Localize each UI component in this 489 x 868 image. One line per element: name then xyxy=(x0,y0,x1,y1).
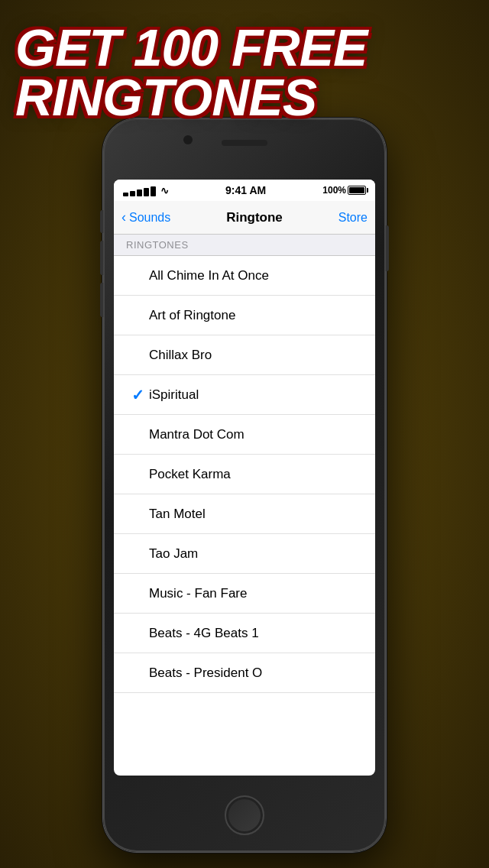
list-item[interactable]: ✓ iSpiritual xyxy=(114,375,375,415)
back-chevron-icon: ‹ xyxy=(121,209,126,225)
home-button[interactable] xyxy=(225,795,264,835)
list-item[interactable]: Beats - President O xyxy=(114,653,375,693)
ringtone-name: Pocket Karma xyxy=(149,467,363,482)
phone-screen: ∿ 9:41 AM 100% ‹ Sounds Ringtone Store R… xyxy=(114,180,375,776)
list-item[interactable]: Pocket Karma xyxy=(114,455,375,494)
ringtone-name: Beats - 4G Beats 1 xyxy=(149,626,363,641)
list-item[interactable]: All Chime In At Once xyxy=(114,256,375,296)
ringtone-name: Beats - President O xyxy=(149,666,363,681)
ringtone-name: Mantra Dot Com xyxy=(149,427,363,442)
ringtone-list: All Chime In At Once Art of Ringtone Chi… xyxy=(114,256,375,693)
list-item[interactable]: Music - Fan Fare xyxy=(114,574,375,614)
list-item[interactable]: Chillax Bro xyxy=(114,335,375,375)
store-button[interactable]: Store xyxy=(338,211,368,225)
ringtone-name: Chillax Bro xyxy=(149,348,363,363)
phone-shell: ∿ 9:41 AM 100% ‹ Sounds Ringtone Store R… xyxy=(103,118,386,852)
list-item[interactable]: Mantra Dot Com xyxy=(114,415,375,455)
nav-title: Ringtone xyxy=(226,210,283,225)
phone-speaker xyxy=(222,140,267,146)
list-item[interactable]: Art of Ringtone xyxy=(114,296,375,335)
power-button xyxy=(386,225,389,271)
nav-bar: ‹ Sounds Ringtone Store xyxy=(114,201,375,235)
signal-dot-2 xyxy=(130,191,135,196)
mute-button xyxy=(100,210,103,233)
list-item[interactable]: Beats - 4G Beats 1 xyxy=(114,614,375,653)
phone-camera xyxy=(183,135,193,144)
status-bar: ∿ 9:41 AM 100% xyxy=(114,180,375,201)
signal-dot-4 xyxy=(144,188,149,196)
battery-fill xyxy=(349,187,364,193)
list-item[interactable]: Tan Motel xyxy=(114,494,375,534)
ringtone-name: Music - Fan Fare xyxy=(149,586,363,601)
battery-pct: 100% xyxy=(322,185,346,196)
signal-indicator: ∿ xyxy=(123,185,169,196)
ringtone-name: Tao Jam xyxy=(149,546,363,562)
ringtone-name: Art of Ringtone xyxy=(149,308,363,323)
ringtone-name: All Chime In At Once xyxy=(149,268,363,283)
back-label: Sounds xyxy=(129,211,170,225)
battery-icon xyxy=(348,186,366,195)
checkmark-icon: ✓ xyxy=(126,386,149,404)
promo-line1: GET 100 FREE xyxy=(15,23,367,73)
section-header: RINGTONES xyxy=(114,235,375,256)
ringtone-name: iSpiritual xyxy=(149,387,363,403)
volume-down-button xyxy=(100,283,103,317)
wifi-icon: ∿ xyxy=(160,185,169,196)
promo-text: GET 100 FREE RINGTONES xyxy=(15,23,367,121)
signal-dot-3 xyxy=(137,189,142,196)
ringtone-name: Tan Motel xyxy=(149,507,363,522)
list-item[interactable]: Tao Jam xyxy=(114,534,375,574)
signal-dot-1 xyxy=(123,193,128,196)
signal-dot-5 xyxy=(151,186,156,196)
status-time: 9:41 AM xyxy=(225,184,266,196)
battery-indicator: 100% xyxy=(322,185,366,196)
back-button[interactable]: ‹ Sounds xyxy=(121,209,170,225)
promo-line2: RINGTONES xyxy=(15,73,367,122)
volume-up-button xyxy=(100,241,103,275)
